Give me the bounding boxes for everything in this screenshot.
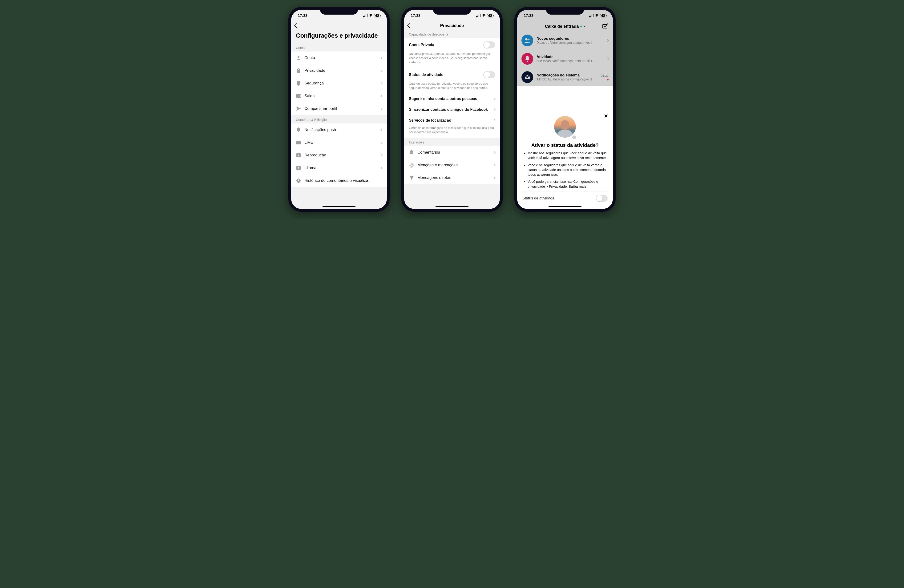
- modal-toggle-label: Status de atividade: [522, 196, 555, 200]
- bullet-item: Você pode gerenciar isso nas Configuraçõ…: [528, 179, 608, 189]
- learn-more-link[interactable]: Saiba mais: [569, 184, 587, 188]
- comment-icon: [409, 150, 414, 155]
- battery-icon: 48: [374, 14, 380, 17]
- row-playback[interactable]: Reprodução: [291, 149, 387, 162]
- activity-icon: [522, 53, 533, 65]
- shield-icon: [296, 81, 301, 86]
- avatar-status-indicator: [572, 135, 577, 140]
- private-account-desc: Na conta privada, apenas usuários aprova…: [404, 52, 500, 68]
- svg-point-15: [525, 38, 528, 41]
- signal-icon: [363, 14, 367, 17]
- chevron-right-icon: [379, 107, 382, 110]
- battery-icon: 48: [487, 14, 493, 17]
- inbox-row-activity[interactable]: Atividade que talvez você conheça, está …: [517, 50, 613, 68]
- home-indicator: [548, 206, 582, 207]
- chevron-right-icon: [379, 82, 382, 85]
- chevron-right-icon: [493, 108, 496, 111]
- row-label: Notificações push: [304, 128, 377, 132]
- chevron-right-icon: [379, 141, 382, 144]
- chevron-right-icon: [379, 167, 382, 170]
- followers-title: Novos seguidores: [537, 36, 603, 41]
- status-time: 17:33: [298, 14, 307, 18]
- chevron-right-icon: [379, 154, 382, 157]
- inbox-list: Novos seguidores Dicas do Vinni começou …: [517, 31, 613, 86]
- signal-icon: [589, 14, 593, 17]
- nav-bar-inbox: Caixa de entrada: [517, 22, 613, 31]
- row-comments[interactable]: Comentários: [404, 146, 500, 159]
- svg-point-12: [411, 152, 412, 153]
- battery-icon: 48: [600, 14, 606, 17]
- notch: [320, 7, 358, 14]
- home-indicator: [436, 206, 468, 207]
- send-icon: [409, 175, 414, 180]
- section-header-discover: Capacidade de descoberta: [404, 30, 500, 38]
- screen-privacy: 17:33 48 Privacidade Capacidade de desco…: [404, 10, 500, 209]
- svg-text:A: A: [297, 167, 299, 169]
- row-label: Sugerir minha conta a outras pessoas: [409, 97, 490, 101]
- back-button[interactable]: [294, 23, 299, 28]
- row-label: Reprodução: [304, 153, 377, 158]
- play-icon: [296, 153, 301, 158]
- row-share-profile[interactable]: Compartilhar perfil: [291, 102, 387, 115]
- avatar-container: [522, 114, 608, 140]
- row-live[interactable]: LIVE: [291, 136, 387, 149]
- row-direct-messages[interactable]: Mensagens diretas: [404, 172, 500, 184]
- row-privacy[interactable]: Privacidade: [291, 64, 387, 77]
- row-label: Segurança: [304, 81, 377, 86]
- svg-point-16: [528, 39, 530, 41]
- row-label: Menções e marcações: [417, 163, 490, 167]
- row-suggest-account[interactable]: Sugerir minha conta a outras pessoas: [404, 93, 500, 104]
- row-mentions[interactable]: @ Menções e marcações: [404, 159, 500, 172]
- activity-subtitle: que talvez você conheça, está no TikT...: [537, 59, 603, 63]
- svg-rect-14: [603, 24, 607, 28]
- lock-icon: [296, 68, 301, 73]
- bullet-item: Você e os seguidores que segue de volta …: [528, 163, 608, 177]
- row-account[interactable]: Conta: [291, 52, 387, 64]
- activity-modal: ✕ Ativar o status da atividade? Mostre a…: [517, 110, 613, 209]
- privacy-content: Capacidade de descoberta Conta Privada N…: [404, 30, 500, 209]
- row-label: Sincronizar contatos e amigos do Faceboo…: [409, 107, 490, 112]
- row-sync-contacts[interactable]: Sincronizar contatos e amigos do Faceboo…: [404, 104, 500, 115]
- inbox-title[interactable]: Caixa de entrada: [545, 24, 585, 29]
- row-push-notifications[interactable]: Notificações push: [291, 123, 387, 136]
- row-language[interactable]: A Idioma: [291, 162, 387, 174]
- row-balance[interactable]: Saldo: [291, 90, 387, 102]
- chevron-right-icon: [493, 119, 496, 122]
- toggle-activity-status[interactable]: [483, 71, 495, 78]
- inbox-row-followers[interactable]: Novos seguidores Dicas do Vinni começou …: [517, 31, 613, 50]
- notch: [546, 7, 584, 14]
- row-location-services[interactable]: Serviços de localização: [404, 115, 500, 126]
- chevron-down-icon: [583, 26, 585, 27]
- back-button[interactable]: [407, 23, 412, 28]
- inbox-text: Notificações do sistema TikTok: Atualiza…: [537, 73, 597, 81]
- wifi-icon: [595, 14, 599, 17]
- wifi-icon: [369, 14, 373, 17]
- section-header-interactions: Interações: [404, 137, 500, 146]
- row-label: Comentários: [417, 150, 490, 155]
- svg-rect-5: [296, 141, 301, 144]
- followers-subtitle: Dicas do Vinni começou a seguir você: [537, 41, 603, 44]
- activity-title: Atividade: [537, 55, 603, 59]
- chevron-right-icon: [606, 39, 609, 42]
- chevron-right-icon: [493, 98, 496, 101]
- status-time: 17:33: [524, 14, 533, 18]
- row-security[interactable]: Segurança: [291, 77, 387, 90]
- svg-point-0: [297, 56, 299, 58]
- inbox-title-text: Caixa de entrada: [545, 24, 578, 29]
- toggle-modal-activity-status[interactable]: [596, 195, 608, 202]
- screen-inbox: 17:33 48 Caixa de entrada: [517, 10, 613, 209]
- bell-icon: [296, 127, 301, 132]
- status-time: 17:33: [411, 14, 420, 18]
- compose-button[interactable]: [602, 24, 608, 30]
- inbox-row-system[interactable]: Notificações do sistema TikTok: Atualiza…: [517, 68, 613, 86]
- system-title: Notificações do sistema: [537, 73, 597, 77]
- row-history[interactable]: Histórico de comentários e visualiza...: [291, 174, 387, 187]
- wifi-icon: [482, 14, 486, 17]
- row-label: Histórico de comentários e visualiza...: [304, 178, 382, 183]
- system-meta: 01:22: [601, 74, 608, 80]
- activity-status-desc: Quando essa opção for ativada, você e os…: [404, 82, 500, 93]
- followers-icon: [522, 35, 533, 46]
- chevron-right-icon: [379, 128, 382, 131]
- inbox-text: Atividade que talvez você conheça, está …: [537, 55, 603, 63]
- toggle-private-account[interactable]: [483, 41, 495, 49]
